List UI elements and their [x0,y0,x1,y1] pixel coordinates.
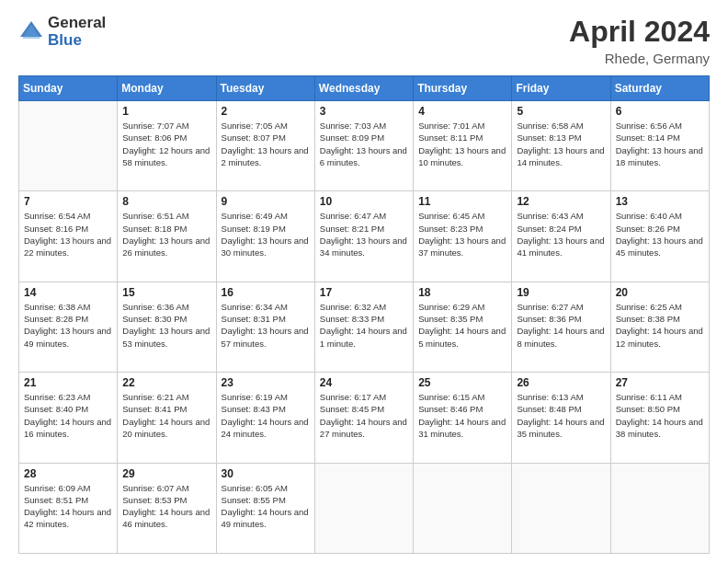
calendar-cell: 1Sunrise: 7:07 AMSunset: 8:06 PMDaylight… [118,101,216,191]
day-number: 7 [24,195,112,208]
calendar-cell: 20Sunrise: 6:25 AMSunset: 8:38 PMDayligh… [610,282,709,372]
day-info: Sunrise: 6:51 AMSunset: 8:18 PMDaylight:… [122,210,210,259]
calendar-cell: 5Sunrise: 6:58 AMSunset: 8:13 PMDaylight… [512,101,610,191]
header-friday: Friday [512,76,610,101]
calendar-cell: 24Sunrise: 6:17 AMSunset: 8:45 PMDayligh… [314,373,413,463]
day-info: Sunrise: 6:40 AMSunset: 8:26 PMDaylight:… [616,210,704,259]
day-number: 19 [517,286,605,299]
day-number: 17 [320,286,408,299]
day-number: 14 [24,286,112,299]
day-info: Sunrise: 7:05 AMSunset: 8:07 PMDaylight:… [222,120,310,168]
day-number: 4 [418,105,506,118]
day-info: Sunrise: 6:13 AMSunset: 8:48 PMDaylight:… [517,391,605,440]
day-info: Sunrise: 6:34 AMSunset: 8:31 PMDaylight:… [222,301,310,350]
day-number: 22 [122,376,210,389]
logo-text: General Blue [48,15,106,49]
day-number: 10 [320,195,408,208]
day-number: 11 [418,195,506,208]
header-sunday: Sunday [19,76,118,101]
day-number: 27 [616,376,704,389]
calendar-week-row: 7Sunrise: 6:54 AMSunset: 8:16 PMDaylight… [19,191,710,282]
calendar-cell: 17Sunrise: 6:32 AMSunset: 8:33 PMDayligh… [314,282,413,372]
header-tuesday: Tuesday [216,76,314,101]
day-info: Sunrise: 6:43 AMSunset: 8:24 PMDaylight:… [517,210,605,259]
calendar-cell: 26Sunrise: 6:13 AMSunset: 8:48 PMDayligh… [512,373,610,463]
day-info: Sunrise: 6:29 AMSunset: 8:35 PMDaylight:… [418,301,506,350]
calendar-cell: 29Sunrise: 6:07 AMSunset: 8:53 PMDayligh… [118,463,216,553]
calendar-week-row: 1Sunrise: 7:07 AMSunset: 8:06 PMDaylight… [19,101,710,191]
day-info: Sunrise: 6:19 AMSunset: 8:43 PMDaylight:… [222,391,310,440]
header-saturday: Saturday [610,76,709,101]
day-number: 8 [122,195,210,208]
calendar-cell: 7Sunrise: 6:54 AMSunset: 8:16 PMDaylight… [19,191,118,282]
day-info: Sunrise: 6:05 AMSunset: 8:55 PMDaylight:… [222,482,310,531]
day-info: Sunrise: 6:45 AMSunset: 8:23 PMDaylight:… [418,210,506,259]
calendar-cell: 10Sunrise: 6:47 AMSunset: 8:21 PMDayligh… [314,191,413,282]
calendar-cell [610,463,709,553]
calendar-week-row: 28Sunrise: 6:09 AMSunset: 8:51 PMDayligh… [19,463,710,553]
header-wednesday: Wednesday [314,76,413,101]
day-number: 2 [222,105,310,118]
calendar-cell: 19Sunrise: 6:27 AMSunset: 8:36 PMDayligh… [512,282,610,372]
day-info: Sunrise: 7:03 AMSunset: 8:09 PMDaylight:… [320,120,408,168]
day-info: Sunrise: 6:23 AMSunset: 8:40 PMDaylight:… [24,391,112,440]
day-info: Sunrise: 6:17 AMSunset: 8:45 PMDaylight:… [320,391,408,440]
day-info: Sunrise: 6:25 AMSunset: 8:38 PMDaylight:… [616,301,704,350]
day-info: Sunrise: 6:36 AMSunset: 8:30 PMDaylight:… [122,301,210,350]
day-info: Sunrise: 6:56 AMSunset: 8:14 PMDaylight:… [616,120,704,168]
day-number: 9 [222,195,310,208]
day-number: 21 [24,376,112,389]
calendar-cell: 3Sunrise: 7:03 AMSunset: 8:09 PMDaylight… [314,101,413,191]
logo: General Blue [18,15,106,49]
logo-general: General [48,15,106,32]
calendar-table: Sunday Monday Tuesday Wednesday Thursday… [18,75,710,554]
calendar-cell: 9Sunrise: 6:49 AMSunset: 8:19 PMDaylight… [216,191,314,282]
day-number: 24 [320,376,408,389]
calendar-cell: 12Sunrise: 6:43 AMSunset: 8:24 PMDayligh… [512,191,610,282]
logo-blue: Blue [48,32,106,50]
day-info: Sunrise: 6:07 AMSunset: 8:53 PMDaylight:… [122,482,210,531]
day-info: Sunrise: 6:47 AMSunset: 8:21 PMDaylight:… [320,210,408,259]
header: General Blue April 2024 Rhede, Germany [18,15,710,66]
day-number: 23 [222,376,310,389]
header-thursday: Thursday [414,76,512,101]
calendar-cell: 30Sunrise: 6:05 AMSunset: 8:55 PMDayligh… [216,463,314,553]
day-info: Sunrise: 6:38 AMSunset: 8:28 PMDaylight:… [24,301,112,350]
calendar-cell: 2Sunrise: 7:05 AMSunset: 8:07 PMDaylight… [216,101,314,191]
calendar-week-row: 21Sunrise: 6:23 AMSunset: 8:40 PMDayligh… [19,373,710,463]
day-number: 12 [517,195,605,208]
calendar-cell: 18Sunrise: 6:29 AMSunset: 8:35 PMDayligh… [414,282,512,372]
day-number: 20 [616,286,704,299]
day-number: 29 [122,467,210,480]
calendar-cell: 23Sunrise: 6:19 AMSunset: 8:43 PMDayligh… [216,373,314,463]
day-number: 16 [222,286,310,299]
day-info: Sunrise: 6:27 AMSunset: 8:36 PMDaylight:… [517,301,605,350]
day-info: Sunrise: 6:09 AMSunset: 8:51 PMDaylight:… [24,482,112,531]
day-number: 3 [320,105,408,118]
calendar-cell: 28Sunrise: 6:09 AMSunset: 8:51 PMDayligh… [19,463,118,553]
day-number: 6 [616,105,704,118]
title-month: April 2024 [569,15,710,49]
calendar-cell: 21Sunrise: 6:23 AMSunset: 8:40 PMDayligh… [19,373,118,463]
calendar-cell: 27Sunrise: 6:11 AMSunset: 8:50 PMDayligh… [610,373,709,463]
title-block: April 2024 Rhede, Germany [569,15,710,66]
calendar-cell: 14Sunrise: 6:38 AMSunset: 8:28 PMDayligh… [19,282,118,372]
day-number: 28 [24,467,112,480]
calendar-cell: 16Sunrise: 6:34 AMSunset: 8:31 PMDayligh… [216,282,314,372]
calendar-cell: 15Sunrise: 6:36 AMSunset: 8:30 PMDayligh… [118,282,216,372]
calendar-cell: 6Sunrise: 6:56 AMSunset: 8:14 PMDaylight… [610,101,709,191]
day-number: 5 [517,105,605,118]
day-info: Sunrise: 6:11 AMSunset: 8:50 PMDaylight:… [616,391,704,440]
day-number: 26 [517,376,605,389]
weekday-header-row: Sunday Monday Tuesday Wednesday Thursday… [19,76,710,101]
day-info: Sunrise: 6:21 AMSunset: 8:41 PMDaylight:… [122,391,210,440]
day-number: 25 [418,376,506,389]
day-number: 15 [122,286,210,299]
day-number: 1 [122,105,210,118]
calendar-cell: 8Sunrise: 6:51 AMSunset: 8:18 PMDaylight… [118,191,216,282]
day-info: Sunrise: 6:49 AMSunset: 8:19 PMDaylight:… [222,210,310,259]
day-info: Sunrise: 6:32 AMSunset: 8:33 PMDaylight:… [320,301,408,350]
calendar-cell: 4Sunrise: 7:01 AMSunset: 8:11 PMDaylight… [414,101,512,191]
calendar-cell [314,463,413,553]
day-info: Sunrise: 6:15 AMSunset: 8:46 PMDaylight:… [418,391,506,440]
